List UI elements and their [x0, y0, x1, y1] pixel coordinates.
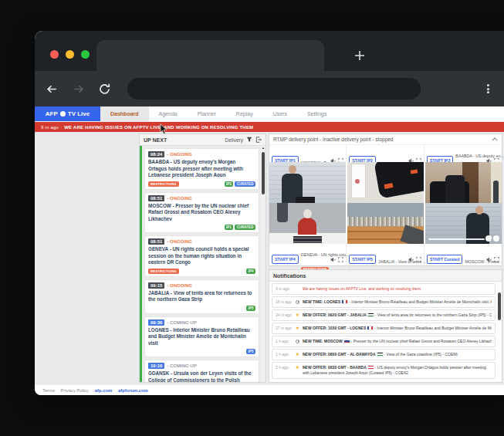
- close-window-button[interactable]: [50, 50, 59, 59]
- fullscreen-icon[interactable]: [338, 257, 343, 262]
- delivery-badge: IP3: [225, 181, 234, 187]
- address-bar[interactable]: [127, 78, 421, 100]
- refresh-icon: [98, 83, 111, 96]
- minimize-window-button[interactable]: [66, 50, 74, 59]
- alert-message: WE ARE HAVING ISSUES ON AFPTV LIVE, AND …: [64, 125, 253, 130]
- filter-funnel-icon[interactable]: [246, 137, 252, 143]
- event-title: BAABDA - US deputy envoy's Morgan Ortagu…: [148, 159, 255, 179]
- tab-settings[interactable]: Settings: [297, 106, 337, 121]
- star-icon: ★: [296, 313, 299, 317]
- notification-item[interactable]: 24 m ago ★ NEW OFFER: 0920 GMT - JABALIA…: [272, 309, 496, 321]
- microphones: [296, 197, 316, 203]
- chevron-up-icon[interactable]: [492, 137, 498, 141]
- expand-icon[interactable]: [493, 235, 499, 242]
- event-time-badge: 08:51: [148, 195, 164, 201]
- notification-time: 24 m ago: [276, 313, 293, 318]
- tab-replay[interactable]: Replay: [226, 106, 263, 121]
- notification-item[interactable]: 1 h ago ★ NEW OFFER: 0800 GMT - AL-DAWAY…: [272, 349, 496, 360]
- event-time-badge: 08:51: [148, 238, 164, 245]
- scrollbar-thumb[interactable]: [262, 152, 265, 194]
- event-item[interactable]: 08:24 - ONGOING BAABDA - US deputy envoy…: [144, 148, 259, 190]
- exit-panel-icon[interactable]: [255, 137, 262, 143]
- notification-text: We are having issues on AFPTV Live, and …: [303, 286, 492, 292]
- notification-item[interactable]: 16 m ago NEW TIME: LOGNES- Interior Mini…: [272, 296, 496, 308]
- back-arrow-icon: [46, 83, 59, 96]
- plus-icon: [353, 49, 367, 63]
- forward-button[interactable]: [72, 83, 85, 96]
- mute-icon[interactable]: [486, 257, 492, 262]
- road: [401, 225, 424, 244]
- browser-tab[interactable]: [96, 40, 324, 71]
- event-status: - ONGOING: [167, 239, 192, 244]
- maximize-window-button[interactable]: [81, 50, 90, 59]
- event-item[interactable]: 09:15 - ONGOING JABALIA - View of tents …: [144, 279, 259, 314]
- event-item[interactable]: 10:10 - COMING UP GDANSK - Ursula von de…: [144, 360, 259, 382]
- live-indicator-bar: [140, 146, 142, 382]
- event-item[interactable]: 08:51 - ONGOING MOSCOW - Presser by the …: [144, 192, 259, 234]
- footer-link-afp[interactable]: afp.com: [95, 388, 112, 393]
- notification-item[interactable]: 27 m ago ★ NEW OFFER: 1030 GMT - LOGNES-…: [272, 323, 496, 334]
- notification-text: NEW OFFER: 1030 GMT - LOGNES- Interior M…: [303, 326, 492, 331]
- browser-menu-button[interactable]: [482, 83, 493, 95]
- notification-item[interactable]: 9 m ago We are having issues on AFPTV Li…: [272, 283, 496, 295]
- notification-time: 27 m ago: [276, 326, 293, 331]
- notification-item[interactable]: 1 h ago NEW TIME: MOSCOW- Presser by the…: [272, 336, 496, 347]
- start-ip5-button[interactable]: START IP5: [349, 255, 376, 264]
- delivery-badge: CURATED: [235, 225, 255, 230]
- globe-icon: [60, 111, 66, 117]
- video-player-ip2[interactable]: [347, 162, 424, 203]
- mute-icon[interactable]: [408, 257, 414, 262]
- scrollbar-thumb[interactable]: [498, 292, 501, 320]
- scroll-up-arrow[interactable]: ▲: [261, 146, 266, 150]
- mute-icon[interactable]: [330, 257, 336, 262]
- footer-link-privacy[interactable]: Privacy Policy: [61, 388, 89, 393]
- video-player-ip3[interactable]: [425, 162, 502, 203]
- screen: AFP TV Live Dashboard Agenda Planner Rep…: [0, 0, 504, 436]
- flag-icon: [344, 340, 350, 343]
- back-button[interactable]: [46, 83, 59, 96]
- start-curated-button[interactable]: START Curated: [427, 255, 463, 264]
- fullscreen-icon[interactable]: [416, 257, 421, 262]
- event-item[interactable]: 08:51 - ONGOING GENEVA - UN rights counc…: [144, 235, 259, 277]
- event-title: MOSCOW - Presser by the UN nuclear chief…: [148, 203, 255, 223]
- name-plate: [293, 236, 323, 242]
- tab-agenda[interactable]: Agenda: [149, 106, 188, 121]
- event-time-badge: 10:10: [148, 363, 164, 369]
- event-status: - COMING UP: [167, 363, 196, 368]
- start-ip4-button[interactable]: START IP4: [272, 255, 299, 264]
- settings-gear-icon[interactable]: [485, 235, 492, 242]
- afp-tv-live-logo[interactable]: AFP TV Live: [35, 106, 100, 121]
- video-progress-bar[interactable]: [428, 238, 485, 240]
- event-status: - ONGOING: [167, 283, 192, 288]
- video-player-curated[interactable]: [425, 203, 502, 244]
- tab-dashboard[interactable]: Dashboard: [100, 106, 149, 121]
- new-tab-button[interactable]: [353, 49, 367, 63]
- notifications-scrollbar[interactable]: [497, 282, 502, 382]
- logo-product-text: TV Live: [68, 110, 90, 117]
- standing-figure: [493, 181, 499, 203]
- restrictions-badge: RESTRICTIONS: [148, 181, 179, 187]
- notification-time: 1 h ago: [276, 339, 293, 344]
- up-next-scrollbar[interactable]: ▲: [261, 146, 266, 382]
- video-player-ip5[interactable]: [347, 203, 424, 244]
- star-icon: ★: [296, 326, 299, 330]
- event-item[interactable]: 09:30 - COMING UP LOGNES - Interior Mini…: [144, 316, 259, 358]
- footer-link-afpforum[interactable]: afpforum.com: [118, 388, 148, 393]
- browser-toolbar: [35, 71, 504, 106]
- browser-window: AFP TV Live Dashboard Agenda Planner Rep…: [35, 31, 504, 395]
- tab-planner[interactable]: Planner: [188, 106, 226, 121]
- delivery-badge: IP5: [246, 306, 255, 311]
- incident-alert-banner: 9 m ago · WE ARE HAVING ISSUES ON AFPTV …: [35, 122, 504, 132]
- delivery-badge: IP1: [225, 225, 234, 230]
- fullscreen-icon[interactable]: [494, 257, 499, 262]
- video-wall-row2: [269, 203, 502, 244]
- video-player-ip4[interactable]: [269, 203, 346, 244]
- delivery-filter-label[interactable]: Delivery: [225, 137, 243, 143]
- flag-icon: [342, 300, 347, 304]
- video-player-ip1[interactable]: [269, 162, 346, 203]
- refresh-button[interactable]: [98, 83, 111, 96]
- tv-camera: [374, 162, 424, 198]
- tab-users[interactable]: Users: [263, 106, 297, 121]
- footer-link-terms[interactable]: Terms: [42, 388, 55, 393]
- notification-item[interactable]: 2 h ago ★ NEW OFFER: 0830 GMT - BAABDA- …: [272, 362, 496, 379]
